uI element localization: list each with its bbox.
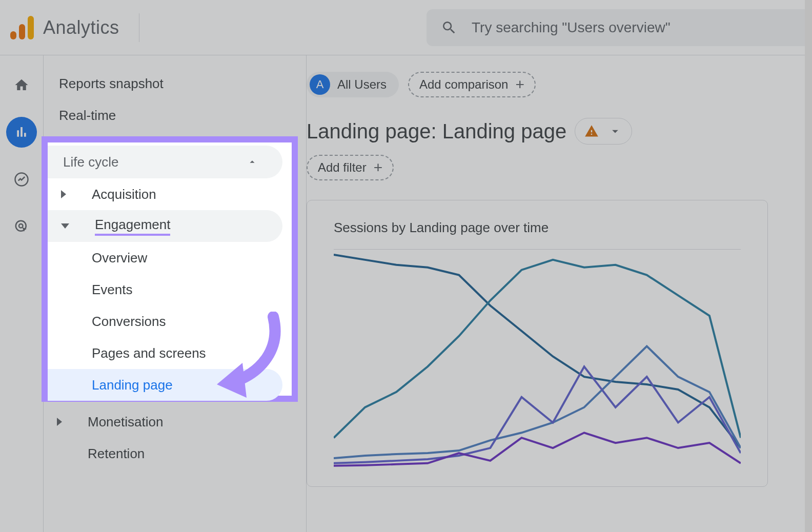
sidebar-item-conversions[interactable]: Conversions — [48, 305, 282, 337]
analytics-logo-icon — [10, 16, 34, 39]
report-sidebar: Reports snapshot Real-time Life cycle Ac… — [44, 55, 307, 532]
nav-home[interactable] — [6, 70, 37, 100]
line-chart — [334, 249, 741, 469]
audience-label: All Users — [337, 77, 387, 92]
annotation-highlight: Life cycle Acquisition Engagement Overvi… — [42, 136, 298, 402]
group-label: Monetisation — [88, 414, 163, 430]
page-title: Landing page: Landing page — [307, 120, 566, 143]
comparison-bar: A All Users Add comparison + — [307, 72, 812, 97]
chevron-down-icon — [61, 223, 69, 229]
nav-rail — [0, 55, 44, 532]
add-comparison-button[interactable]: Add comparison + — [408, 72, 536, 97]
add-comparison-label: Add comparison — [419, 77, 508, 92]
section-label: Life cycle — [63, 154, 118, 170]
product-logo: Analytics — [10, 16, 119, 39]
nav-advertising[interactable] — [6, 211, 37, 242]
sidebar-item-landing-page[interactable]: Landing page — [48, 369, 282, 401]
search-placeholder: Try searching "Users overview" — [472, 19, 671, 36]
chevron-up-icon — [247, 156, 258, 168]
sidebar-group-engagement[interactable]: Engagement — [48, 210, 282, 242]
add-filter-label: Add filter — [318, 160, 367, 175]
product-name: Analytics — [43, 17, 119, 38]
sidebar-group-monetisation[interactable]: Monetisation — [44, 406, 286, 438]
app-header: Analytics Try searching "Users overview" — [0, 0, 812, 55]
plus-icon: + — [515, 77, 524, 92]
sidebar-item-overview[interactable]: Overview — [48, 242, 282, 274]
sidebar-group-retention[interactable]: Retention — [44, 438, 286, 469]
home-icon — [14, 77, 29, 93]
chevron-right-icon — [57, 418, 62, 426]
group-label: Acquisition — [92, 187, 156, 202]
data-quality-dropdown[interactable] — [575, 118, 632, 145]
sessions-chart-card: Sessions by Landing page over time — [307, 200, 768, 487]
card-title: Sessions by Landing page over time — [334, 220, 741, 236]
search-icon — [441, 19, 457, 36]
main-content: A All Users Add comparison + Landing pag… — [307, 55, 812, 532]
chevron-down-icon — [608, 124, 622, 138]
nav-explore[interactable] — [6, 164, 37, 195]
plus-icon: + — [374, 160, 383, 175]
group-label: Retention — [88, 446, 145, 462]
sidebar-item-events[interactable]: Events — [48, 274, 282, 305]
audience-badge: A — [310, 74, 330, 95]
group-label: Engagement — [95, 217, 170, 236]
sidebar-group-acquisition[interactable]: Acquisition — [48, 178, 282, 210]
chevron-right-icon — [61, 190, 66, 198]
sidebar-item-pages-screens[interactable]: Pages and screens — [48, 337, 282, 369]
search-box[interactable]: Try searching "Users overview" — [427, 9, 812, 46]
sidebar-realtime[interactable]: Real-time — [44, 99, 286, 131]
trend-icon — [14, 172, 29, 187]
sidebar-reports-snapshot[interactable]: Reports snapshot — [44, 68, 286, 99]
nav-reports[interactable] — [6, 117, 37, 148]
scrollbar[interactable] — [805, 0, 812, 532]
audience-chip[interactable]: A All Users — [307, 72, 399, 97]
add-filter-button[interactable]: Add filter + — [307, 155, 394, 180]
bar-chart-icon — [14, 125, 29, 140]
sidebar-section-lifecycle[interactable]: Life cycle — [48, 146, 282, 178]
warning-icon — [584, 124, 599, 138]
target-click-icon — [14, 219, 29, 234]
divider — [139, 13, 139, 42]
